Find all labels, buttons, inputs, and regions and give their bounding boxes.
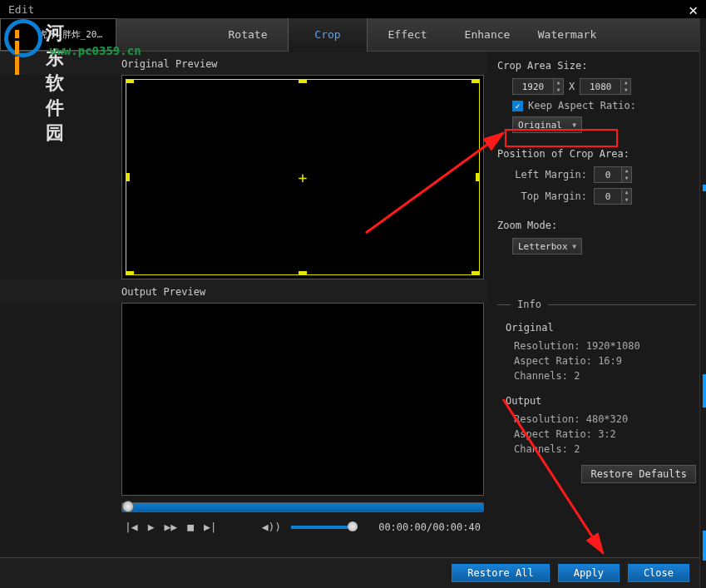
prev-button[interactable]: |◀ bbox=[125, 521, 138, 533]
stop-button[interactable]: ■ bbox=[187, 521, 194, 533]
aspect-ratio-select[interactable]: Original ▼ bbox=[512, 116, 582, 133]
tab-effect[interactable]: Effect bbox=[368, 18, 447, 52]
close-button[interactable]: Close bbox=[628, 564, 689, 582]
tab-rotate[interactable]: Rotate bbox=[208, 18, 288, 52]
crop-height-spinner[interactable]: ▲▼ bbox=[621, 78, 631, 95]
keep-aspect-label: Keep Aspect Ratio: bbox=[528, 100, 636, 111]
chevron-down-icon: ▼ bbox=[572, 121, 576, 129]
crop-handle-mb[interactable] bbox=[299, 271, 307, 275]
position-label: Position of Crop Area: bbox=[497, 148, 696, 160]
restore-all-button[interactable]: Restore All bbox=[452, 564, 549, 582]
volume-thumb[interactable] bbox=[348, 521, 358, 531]
info-original-resolution: Resolution: 1920*1080 bbox=[506, 338, 696, 353]
header: 虎牙-胖炸_20… Rotate Crop Effect Enhance Wat… bbox=[0, 18, 706, 52]
left-margin-input[interactable]: 0 bbox=[594, 166, 622, 183]
crop-handle-ml[interactable] bbox=[126, 173, 130, 181]
top-margin-label: Top Margin: bbox=[512, 190, 587, 202]
titlebar: Edit ✕ bbox=[0, 0, 706, 18]
thumbnail-name: 虎牙-胖炸_20… bbox=[38, 28, 102, 41]
original-preview[interactable]: + bbox=[121, 75, 484, 279]
tab-watermark[interactable]: Watermark bbox=[527, 18, 607, 52]
fast-forward-button[interactable]: ▶▶ bbox=[164, 521, 177, 533]
crop-width-spinner[interactable]: ▲▼ bbox=[554, 78, 564, 95]
crosshair-icon: + bbox=[299, 169, 308, 186]
volume-slider[interactable] bbox=[291, 526, 358, 529]
apply-button[interactable]: Apply bbox=[558, 564, 620, 582]
zoom-mode-select[interactable]: Letterbox ▼ bbox=[512, 238, 582, 254]
output-preview bbox=[121, 303, 484, 496]
tab-crop[interactable]: Crop bbox=[288, 18, 368, 52]
close-icon[interactable]: ✕ bbox=[689, 1, 698, 18]
window-title: Edit bbox=[8, 3, 34, 16]
crop-handle-mt[interactable] bbox=[299, 79, 307, 83]
play-button[interactable]: ▶ bbox=[148, 521, 155, 533]
crop-handle-tr[interactable] bbox=[471, 79, 480, 83]
crop-handle-bl[interactable] bbox=[126, 271, 134, 275]
right-edge bbox=[699, 18, 706, 588]
crop-handle-mr[interactable] bbox=[476, 173, 480, 181]
crop-width-input[interactable]: 1920 bbox=[512, 78, 554, 95]
chevron-down-icon: ▼ bbox=[572, 243, 576, 250]
crop-handle-br[interactable] bbox=[471, 271, 480, 275]
info-output-resolution: Resolution: 480*320 bbox=[506, 412, 696, 427]
keep-aspect-checkbox[interactable]: ✓ bbox=[512, 101, 523, 111]
volume-icon[interactable]: ◀)) bbox=[262, 521, 281, 533]
left-margin-spinner[interactable]: ▲▼ bbox=[622, 166, 632, 183]
top-margin-spinner[interactable]: ▲▼ bbox=[622, 188, 632, 205]
tab-enhance[interactable]: Enhance bbox=[447, 18, 527, 52]
zoom-mode-label: Zoom Mode: bbox=[497, 220, 696, 231]
info-output-head: Output bbox=[506, 395, 696, 407]
tabs: Rotate Crop Effect Enhance Watermark bbox=[116, 18, 706, 51]
original-preview-label: Original Preview bbox=[0, 52, 487, 75]
restore-defaults-button[interactable]: Restore Defaults bbox=[581, 465, 696, 483]
timecode: 00:00:00/00:00:40 bbox=[378, 521, 481, 533]
info-original-head: Original bbox=[506, 322, 696, 334]
seek-thumb[interactable] bbox=[122, 501, 134, 512]
info-original-aspect: Aspect Ratio: 16:9 bbox=[506, 353, 696, 368]
video-thumbnail[interactable]: 虎牙-胖炸_20… bbox=[0, 18, 116, 51]
crop-handle-tl[interactable] bbox=[126, 79, 134, 83]
crop-height-input[interactable]: 1080 bbox=[580, 78, 621, 95]
info-output-channels: Channels: 2 bbox=[506, 442, 696, 457]
footer: Restore All Apply Close bbox=[0, 557, 706, 587]
crop-size-label: Crop Area Size: bbox=[497, 60, 696, 72]
info-title: Info bbox=[511, 299, 548, 310]
info-section: Info Original Resolution: 1920*1080 Aspe… bbox=[497, 304, 696, 457]
left-margin-label: Left Margin: bbox=[512, 169, 587, 180]
seek-bar[interactable] bbox=[121, 502, 484, 512]
info-output-aspect: Aspect Ratio: 3:2 bbox=[506, 427, 696, 442]
top-margin-input[interactable]: 0 bbox=[594, 188, 622, 205]
next-button[interactable]: ▶| bbox=[204, 521, 217, 533]
output-preview-label: Output Preview bbox=[0, 279, 487, 303]
crop-rectangle[interactable]: + bbox=[126, 79, 480, 275]
info-original-channels: Channels: 2 bbox=[506, 368, 696, 383]
